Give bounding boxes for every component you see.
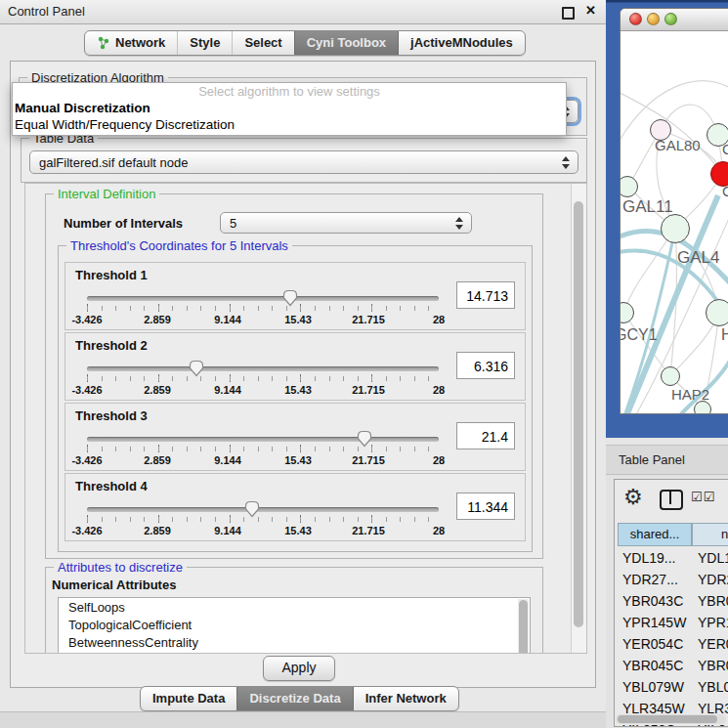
table-panel-title: Table Panel xyxy=(619,452,685,467)
slider-handle[interactable] xyxy=(357,430,372,448)
tick-label: 2.859 xyxy=(144,525,171,536)
tab-network-label: Network xyxy=(115,35,165,50)
table-row[interactable]: YBR045CYBR0 xyxy=(615,658,728,679)
node-label-partial-c: C xyxy=(722,183,728,199)
threshold-2-value-field[interactable]: 6.316 xyxy=(456,352,515,379)
threshold-4-slider[interactable]: -3.4262.8599.14415.4321.71528 xyxy=(87,499,439,538)
network-node-gal4[interactable] xyxy=(661,214,690,243)
tick-label: 15.43 xyxy=(284,384,312,396)
attributes-title: Attributes to discretize xyxy=(54,560,187,575)
dropdown-option-equal-width[interactable]: Equal Width/Frequency Discretization xyxy=(13,116,566,133)
tab-select[interactable]: Select xyxy=(232,31,293,55)
node-label-gal11: GAL11 xyxy=(622,197,673,217)
table-row[interactable]: YBR043CYBR0 xyxy=(615,593,728,615)
tab-infer-network[interactable]: Infer Network xyxy=(353,687,458,710)
table-panel-titlebar: Table Panel xyxy=(606,445,728,475)
gear-icon[interactable]: ⚙ xyxy=(623,485,643,510)
table-row[interactable]: YER054CYER0 xyxy=(615,636,728,658)
table-data-combobox[interactable]: galFiltered.sif default node xyxy=(29,150,578,174)
table-horizontal-scrollbar[interactable] xyxy=(616,714,726,724)
tick-label: 21.715 xyxy=(352,384,385,396)
list-scrollbar[interactable] xyxy=(518,599,529,654)
zoom-traffic-light[interactable] xyxy=(664,13,677,25)
network-node-partial-bottom[interactable] xyxy=(694,401,711,414)
control-panel-titlebar: Control Panel ✕ xyxy=(0,0,606,24)
slider-track[interactable] xyxy=(87,296,439,301)
slider-track[interactable] xyxy=(87,437,439,442)
table-data-value: galFiltered.sif default node xyxy=(39,155,188,170)
settings-scrollbar[interactable] xyxy=(571,184,586,653)
threshold-4-box: Threshold 4 -3.4262.8599.14415.4321.7152… xyxy=(64,473,526,541)
table-row[interactable]: YPR145WYPR1 xyxy=(615,615,728,636)
column-header-shared-name[interactable]: shared... xyxy=(618,523,692,546)
tick-label: -3.426 xyxy=(71,454,102,466)
threshold-2-box: Threshold 2 -3.4262.8599.14415.4321.7152… xyxy=(64,332,526,401)
numerical-attributes-list[interactable]: SelfLoops TopologicalCoefficient Between… xyxy=(58,597,531,654)
number-of-intervals-value: 5 xyxy=(230,216,236,231)
number-of-intervals-combobox[interactable]: 5 xyxy=(220,212,472,234)
slider-track[interactable] xyxy=(87,366,439,371)
minimize-traffic-light[interactable] xyxy=(647,13,660,25)
dropdown-hint: Select algorithm to view settings xyxy=(13,83,566,100)
apply-button[interactable]: Apply xyxy=(263,656,335,681)
tick-label: 9.144 xyxy=(214,384,241,396)
tab-cyni-toolbox[interactable]: Cyni Toolbox xyxy=(294,31,398,55)
close-traffic-light[interactable] xyxy=(629,13,642,25)
tick-label: 21.715 xyxy=(352,525,385,536)
tab-network[interactable]: Network xyxy=(85,31,177,55)
list-item[interactable]: TopologicalCoefficient xyxy=(59,616,530,633)
show-columns-icon[interactable] xyxy=(660,490,683,510)
threshold-coordinates-title: Threshold's Coordinates for 5 Intervals xyxy=(66,238,292,253)
column-header-name[interactable]: n xyxy=(692,523,728,546)
tick-label: 2.859 xyxy=(144,314,171,325)
threshold-2-slider[interactable]: -3.4262.8599.14415.4321.71528 xyxy=(87,359,439,398)
tick-label: 15.43 xyxy=(284,314,312,325)
list-item[interactable]: SelfLoops xyxy=(59,598,530,616)
node-label-gal80: GAL80 xyxy=(655,137,701,153)
slider-handle[interactable] xyxy=(282,289,298,307)
node-label-partial-h: H xyxy=(721,326,728,344)
slider-handle[interactable] xyxy=(189,360,204,377)
cyni-toolbox-panel: Discretization Algorithm Table Data galF… xyxy=(10,61,596,688)
network-canvas[interactable]: GAL80 G GAL11 C GAL4 GCY1 H HAP2 xyxy=(621,31,728,414)
node-label-gal4: GAL4 xyxy=(677,248,719,268)
threshold-coordinates-group: Threshold's Coordinates for 5 Intervals … xyxy=(58,245,533,552)
tick-label: 28 xyxy=(433,454,445,466)
table-row[interactable]: YDR27...YDR2 xyxy=(615,572,728,593)
network-node-partial-right[interactable] xyxy=(706,299,728,326)
network-node-hap2[interactable] xyxy=(661,366,680,386)
threshold-3-slider[interactable]: -3.4262.8599.14415.4321.71528 xyxy=(87,429,439,468)
tab-discretize-data[interactable]: Discretize Data xyxy=(236,687,352,710)
dropdown-option-manual[interactable]: Manual Discretization xyxy=(13,100,566,116)
threshold-1-label: Threshold 1 xyxy=(75,268,148,282)
threshold-3-value-field[interactable]: 21.4 xyxy=(456,422,515,450)
table-row[interactable]: YBL079WYBL0 xyxy=(615,679,728,701)
float-window-icon[interactable] xyxy=(562,7,575,20)
select-columns-icon[interactable]: ☑☑ xyxy=(691,490,715,504)
threshold-4-label: Threshold 4 xyxy=(75,479,148,493)
tick-label: 28 xyxy=(433,384,445,396)
scrollbar-thumb[interactable] xyxy=(618,715,717,723)
scrollbar-thumb[interactable] xyxy=(574,201,583,627)
threshold-1-slider[interactable]: -3.4262.8599.14415.4321.71528 xyxy=(87,288,439,327)
slider-track[interactable] xyxy=(87,507,439,512)
tick-label: 28 xyxy=(433,314,445,325)
table-row[interactable]: YDL19...YDL1 xyxy=(615,550,728,572)
tab-style-label: Style xyxy=(190,35,220,50)
control-panel-title: Control Panel xyxy=(8,4,85,19)
threshold-4-value-field[interactable]: 11.344 xyxy=(456,492,515,520)
tab-impute-data[interactable]: Impute Data xyxy=(141,687,236,710)
list-item[interactable]: BetweennessCentrality xyxy=(59,633,530,651)
tick-label: 9.144 xyxy=(214,454,241,466)
tick-label: 28 xyxy=(433,525,445,536)
tab-jactivemnodules[interactable]: jActiveMNodules xyxy=(398,31,525,55)
tab-jactivemnodules-label: jActiveMNodules xyxy=(410,35,513,50)
close-icon[interactable]: ✕ xyxy=(585,3,596,18)
threshold-1-value-field[interactable]: 14.713 xyxy=(456,281,515,309)
slider-handle[interactable] xyxy=(244,500,260,518)
tab-style[interactable]: Style xyxy=(177,31,232,55)
numerical-attributes-label: Numerical Attributes xyxy=(52,578,176,592)
network-window: GAL80 G GAL11 C GAL4 GCY1 H HAP2 xyxy=(620,8,728,414)
network-window-titlebar xyxy=(621,9,728,31)
combo-arrows-icon xyxy=(455,216,464,231)
